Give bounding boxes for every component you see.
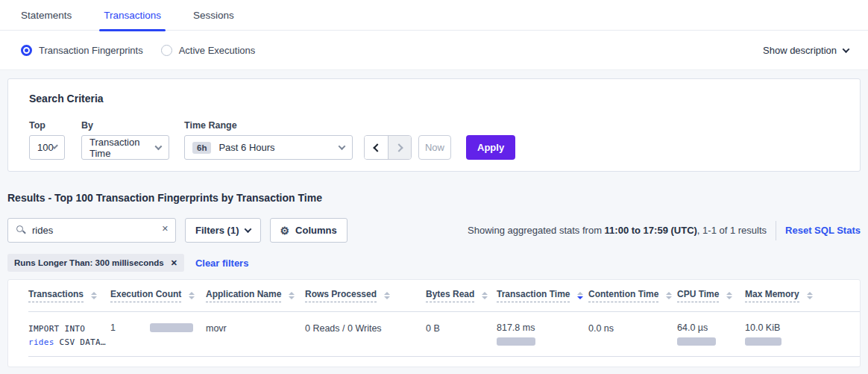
application-name-value: movr bbox=[206, 323, 227, 334]
top-label: Top bbox=[29, 120, 65, 131]
next-time-range-button[interactable] bbox=[388, 136, 411, 159]
chevron-down-icon bbox=[843, 46, 850, 53]
search-criteria-card: Search Criteria Top 100 By Transaction T… bbox=[7, 78, 861, 172]
clear-filters-link[interactable]: Clear filters bbox=[195, 258, 249, 269]
transaction-time-value: 817.8 ms bbox=[497, 322, 588, 333]
remove-filter-icon[interactable]: ✕ bbox=[171, 258, 177, 268]
time-range-pagination bbox=[364, 135, 412, 160]
results-heading: Results - Top 100 Transaction Fingerprin… bbox=[7, 192, 861, 204]
execution-count-bar bbox=[150, 323, 193, 332]
view-toggle-bar: Transaction Fingerprints Active Executio… bbox=[0, 31, 868, 70]
contention-time-value: 0.0 ns bbox=[588, 323, 614, 334]
radio-label: Transaction Fingerprints bbox=[39, 45, 143, 56]
reset-sql-stats-link[interactable]: Reset SQL Stats bbox=[785, 225, 861, 236]
sort-icon[interactable] bbox=[189, 292, 195, 299]
max-memory-value: 10.0 KiB bbox=[745, 322, 861, 333]
sort-icon[interactable] bbox=[666, 292, 672, 299]
search-criteria-title: Search Criteria bbox=[29, 93, 839, 105]
sort-icon[interactable] bbox=[726, 292, 732, 299]
search-icon bbox=[16, 225, 23, 232]
tab-statements[interactable]: Statements bbox=[16, 0, 76, 31]
search-box: ✕ bbox=[7, 218, 176, 243]
chevron-down-icon bbox=[244, 225, 251, 233]
stats-time-range: 11:00 to 17:59 (UTC) bbox=[605, 225, 697, 236]
column-header-bytes-read[interactable]: Bytes Read bbox=[426, 289, 497, 302]
apply-button[interactable]: Apply bbox=[466, 135, 515, 160]
rows-processed-value: 0 Reads / 0 Writes bbox=[305, 323, 382, 334]
column-header-application-name[interactable]: Application Name bbox=[206, 289, 305, 302]
column-header-contention-time[interactable]: Contention Time bbox=[588, 289, 677, 302]
column-header-execution-count[interactable]: Execution Count bbox=[110, 289, 206, 302]
chevron-left-icon bbox=[373, 143, 381, 152]
sort-icon[interactable] bbox=[91, 292, 97, 299]
max-memory-bar bbox=[745, 337, 781, 346]
search-criteria-form: Top 100 By Transaction Time Time Range 6… bbox=[29, 120, 839, 160]
clear-search-icon[interactable]: ✕ bbox=[162, 224, 169, 234]
bytes-read-value: 0 B bbox=[426, 323, 440, 334]
sort-icon[interactable] bbox=[577, 292, 583, 299]
tab-sessions[interactable]: Sessions bbox=[189, 0, 239, 31]
top-select-value: 100 bbox=[37, 142, 54, 153]
top-field: Top 100 bbox=[29, 120, 65, 160]
time-range-value: Past 6 Hours bbox=[218, 142, 274, 153]
active-filters-row: Runs Longer Than: 300 milliseconds ✕ Cle… bbox=[7, 254, 861, 272]
column-header-max-memory[interactable]: Max Memory bbox=[745, 289, 861, 302]
filter-chip-label: Runs Longer Than: 300 milliseconds bbox=[14, 258, 164, 267]
filter-chip: Runs Longer Than: 300 milliseconds ✕ bbox=[7, 254, 184, 272]
radio-transaction-fingerprints[interactable]: Transaction Fingerprints bbox=[21, 45, 143, 56]
by-select[interactable]: Transaction Time bbox=[81, 135, 169, 160]
page-body: Search Criteria Top 100 By Transaction T… bbox=[0, 78, 868, 367]
by-label: By bbox=[81, 120, 169, 131]
aggregated-stats-text: Showing aggregated stats from 11:00 to 1… bbox=[468, 225, 767, 236]
filters-button-label: Filters (1) bbox=[195, 225, 239, 236]
table-header-row: Transactions Execution Count Application… bbox=[28, 280, 860, 312]
results-table: Transactions Execution Count Application… bbox=[7, 279, 861, 367]
sort-icon[interactable] bbox=[482, 292, 488, 299]
show-description-label: Show description bbox=[763, 45, 837, 56]
transaction-time-bar bbox=[497, 337, 535, 346]
show-description-toggle[interactable]: Show description bbox=[763, 45, 849, 56]
time-range-select[interactable]: 6h Past 6 Hours bbox=[184, 135, 353, 160]
top-tab-bar: Statements Transactions Sessions bbox=[0, 0, 868, 31]
execution-count-value: 1 bbox=[110, 322, 116, 333]
sort-icon[interactable] bbox=[289, 292, 295, 299]
gear-icon: ⚙ bbox=[280, 225, 290, 237]
columns-button-label: Columns bbox=[295, 225, 337, 236]
by-field: By Transaction Time bbox=[65, 120, 169, 160]
radio-unselected-icon[interactable] bbox=[161, 45, 172, 56]
column-header-cpu-time[interactable]: CPU Time bbox=[677, 289, 745, 302]
time-range-label: Time Range bbox=[184, 120, 353, 131]
search-input[interactable] bbox=[7, 218, 176, 243]
filters-button[interactable]: Filters (1) bbox=[185, 218, 261, 243]
vertical-divider bbox=[776, 221, 776, 240]
time-range-badge: 6h bbox=[192, 142, 211, 154]
cpu-time-value: 64.0 µs bbox=[677, 322, 745, 333]
column-header-rows-processed[interactable]: Rows Processed bbox=[305, 289, 426, 302]
radio-label: Active Executions bbox=[179, 45, 256, 56]
column-header-transactions[interactable]: Transactions bbox=[28, 289, 110, 302]
aggregated-stats-area: Showing aggregated stats from 11:00 to 1… bbox=[468, 221, 861, 240]
previous-time-range-button[interactable] bbox=[365, 136, 388, 159]
results-controls-row: ✕ Filters (1) ⚙ Columns Showing aggregat… bbox=[7, 218, 861, 243]
table-row: IMPORT INTO rides CSV DATA… 1 movr 0 Rea… bbox=[28, 312, 860, 357]
column-header-transaction-time[interactable]: Transaction Time bbox=[497, 289, 588, 302]
columns-button[interactable]: ⚙ Columns bbox=[270, 218, 347, 243]
time-range-field: Time Range 6h Past 6 Hours bbox=[169, 120, 353, 160]
chevron-down-icon bbox=[339, 143, 346, 150]
search-match-highlight: rides bbox=[28, 337, 54, 347]
radio-active-executions[interactable]: Active Executions bbox=[161, 45, 256, 56]
tab-transactions[interactable]: Transactions bbox=[99, 0, 166, 31]
radio-selected-icon[interactable] bbox=[21, 45, 32, 56]
top-select[interactable]: 100 bbox=[29, 135, 65, 160]
now-button[interactable]: Now bbox=[418, 135, 451, 160]
chevron-right-icon bbox=[394, 143, 403, 152]
sort-icon[interactable] bbox=[807, 292, 813, 299]
cpu-time-bar bbox=[677, 337, 716, 346]
by-select-value: Transaction Time bbox=[89, 137, 156, 159]
transaction-fingerprint-link[interactable]: IMPORT INTO rides CSV DATA… bbox=[28, 322, 110, 349]
sort-icon[interactable] bbox=[384, 292, 390, 299]
